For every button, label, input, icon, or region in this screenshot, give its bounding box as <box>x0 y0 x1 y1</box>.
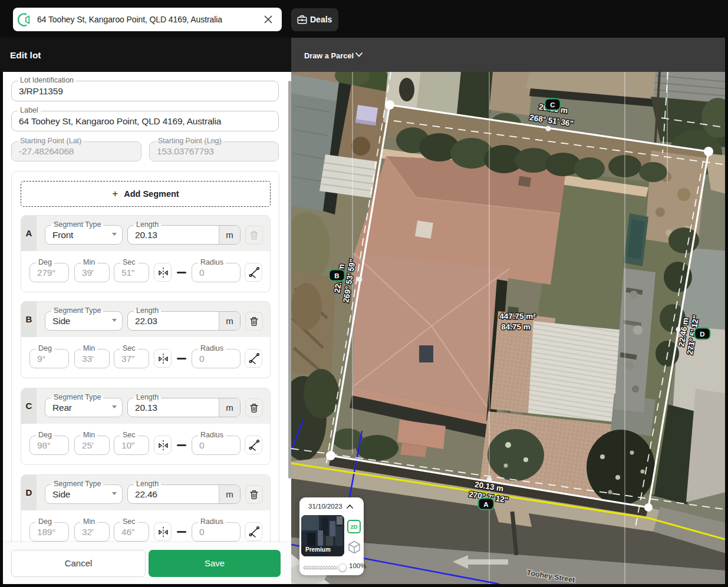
svg-text:447.75 m²: 447.75 m² <box>499 312 536 321</box>
svg-text:D: D <box>700 331 704 338</box>
svg-text:A: A <box>483 501 488 508</box>
svg-text:B: B <box>334 272 339 279</box>
svg-text:C: C <box>550 101 555 108</box>
svg-text:84.75 m: 84.75 m <box>501 322 531 331</box>
